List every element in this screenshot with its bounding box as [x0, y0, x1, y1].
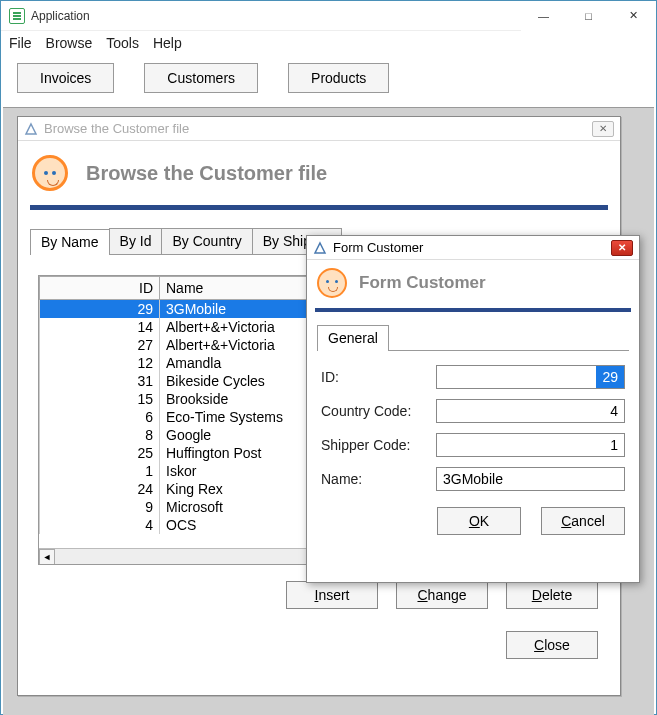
cell-id: 12	[40, 354, 160, 372]
cancel-button[interactable]: Cancel	[541, 507, 625, 535]
tab-by-country[interactable]: By Country	[161, 228, 252, 254]
input-name[interactable]	[436, 467, 625, 491]
ok-button[interactable]: OK	[437, 507, 521, 535]
close-row: Close	[18, 631, 598, 659]
insert-button[interactable]: Insert	[286, 581, 378, 609]
label-country: Country Code:	[321, 403, 436, 419]
toolbar: Invoices Customers Products	[1, 57, 656, 107]
app-icon	[9, 8, 25, 24]
face-icon	[317, 268, 347, 298]
minimize-button[interactable]: —	[521, 1, 566, 31]
cell-id: 9	[40, 498, 160, 516]
label-id: ID:	[321, 369, 436, 385]
scroll-left[interactable]: ◄	[39, 549, 55, 565]
tab-by-id[interactable]: By Id	[109, 228, 163, 254]
browse-close-button[interactable]: ✕	[592, 121, 614, 137]
browse-actions: Insert Change Delete	[18, 581, 598, 609]
change-button[interactable]: Change	[396, 581, 488, 609]
header-bar	[30, 205, 608, 210]
cell-id: 6	[40, 408, 160, 426]
triangle-icon	[24, 122, 38, 136]
maximize-button[interactable]: □	[566, 1, 611, 31]
face-icon	[32, 155, 68, 191]
menu-browse[interactable]: Browse	[46, 35, 93, 51]
svg-marker-1	[315, 243, 325, 253]
form-tabs: General	[317, 324, 629, 351]
cell-id: 24	[40, 480, 160, 498]
customers-button[interactable]: Customers	[144, 63, 258, 93]
triangle-icon	[313, 241, 327, 255]
main-window: Application — □ ✕ File Browse Tools Help…	[0, 0, 657, 715]
browse-heading: Browse the Customer file	[86, 162, 327, 185]
browse-title: Browse the Customer file	[44, 121, 189, 136]
tab-general[interactable]: General	[317, 325, 389, 351]
menu-tools[interactable]: Tools	[106, 35, 139, 51]
invoices-button[interactable]: Invoices	[17, 63, 114, 93]
mdi-client: Browse the Customer file ✕ Browse the Cu…	[3, 107, 654, 715]
form-header-bar	[315, 308, 631, 312]
input-id[interactable]	[436, 365, 625, 389]
svg-marker-0	[26, 124, 36, 134]
cell-id: 4	[40, 516, 160, 534]
cell-id: 31	[40, 372, 160, 390]
form-customer-window: Form Customer ✕ Form Customer General ID…	[306, 235, 640, 583]
tab-by-name[interactable]: By Name	[30, 229, 110, 255]
cell-id: 1	[40, 462, 160, 480]
form-actions: OK Cancel	[307, 507, 625, 535]
form-body: ID: 29 Country Code: Shipper Code: Name:	[321, 365, 625, 491]
app-title: Application	[31, 9, 90, 23]
input-shipper[interactable]	[436, 433, 625, 457]
products-button[interactable]: Products	[288, 63, 389, 93]
close-window-button[interactable]: Close	[506, 631, 598, 659]
cell-id: 29	[40, 300, 160, 319]
form-title: Form Customer	[333, 240, 423, 255]
form-titlebar[interactable]: Form Customer ✕	[307, 236, 639, 260]
menubar: File Browse Tools Help	[1, 31, 656, 57]
cell-id: 14	[40, 318, 160, 336]
close-button[interactable]: ✕	[611, 1, 656, 31]
window-controls: — □ ✕	[521, 1, 656, 31]
label-shipper: Shipper Code:	[321, 437, 436, 453]
form-header: Form Customer	[307, 260, 639, 304]
browse-header: Browse the Customer file	[18, 141, 620, 199]
delete-button[interactable]: Delete	[506, 581, 598, 609]
input-country[interactable]	[436, 399, 625, 423]
main-titlebar: Application — □ ✕	[1, 1, 656, 31]
browse-titlebar[interactable]: Browse the Customer file ✕	[18, 117, 620, 141]
cell-id: 27	[40, 336, 160, 354]
form-heading: Form Customer	[359, 273, 486, 293]
menu-help[interactable]: Help	[153, 35, 182, 51]
cell-id: 8	[40, 426, 160, 444]
col-id[interactable]: ID	[40, 277, 160, 300]
cell-id: 25	[40, 444, 160, 462]
form-close-button[interactable]: ✕	[611, 240, 633, 256]
menu-file[interactable]: File	[9, 35, 32, 51]
cell-id: 15	[40, 390, 160, 408]
label-name: Name:	[321, 471, 436, 487]
